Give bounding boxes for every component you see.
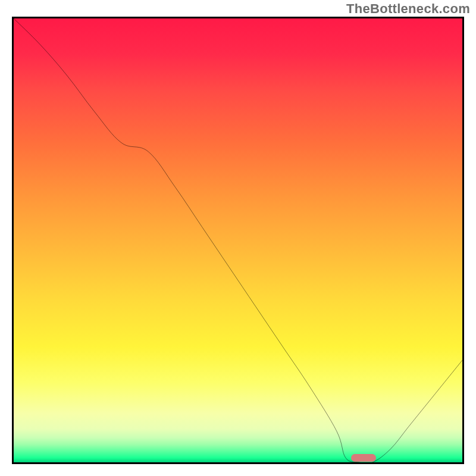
optimal-point-marker: [351, 454, 376, 462]
bottleneck-curve: [14, 18, 462, 462]
plot-area: [12, 17, 464, 464]
chart-root: TheBottleneck.com: [0, 0, 476, 476]
watermark-text: TheBottleneck.com: [346, 1, 470, 17]
